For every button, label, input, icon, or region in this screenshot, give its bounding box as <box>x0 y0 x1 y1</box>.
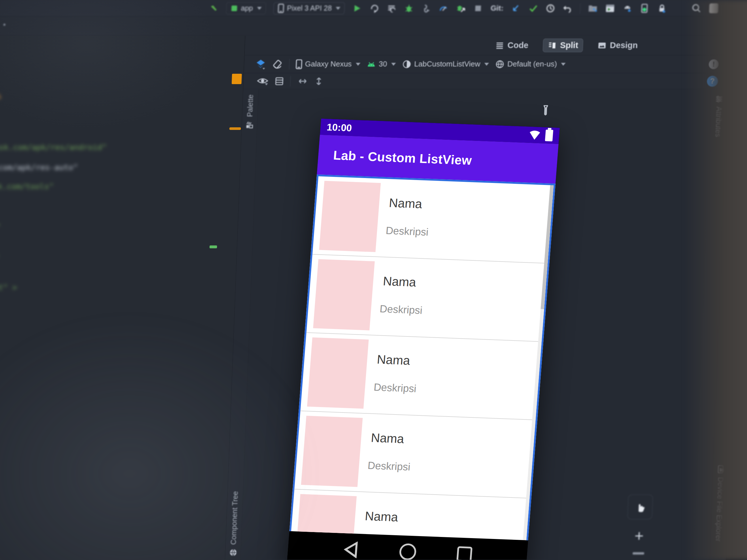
theme-label: LabCustomListView <box>414 60 481 69</box>
git-update-icon[interactable] <box>511 3 521 13</box>
profile-avatar[interactable] <box>709 3 719 13</box>
locale-label: Default (en-us) <box>507 60 557 69</box>
palette-tab[interactable]: Palette <box>242 95 258 129</box>
apply-changes-restart-icon[interactable] <box>369 3 380 13</box>
debug-button[interactable] <box>404 3 414 13</box>
run-configuration-label: app <box>241 4 253 12</box>
design-pane: Code Split Design <box>225 36 729 560</box>
item-desc: Deskripsi <box>379 303 423 317</box>
tab-code-label: Code <box>507 41 529 50</box>
orientation-select[interactable] <box>272 59 283 70</box>
device-manager-icon[interactable] <box>640 3 650 13</box>
project-structure-icon[interactable] <box>588 3 598 13</box>
code-line: ent" > <box>0 283 17 292</box>
issue-panel-badge[interactable]: ! <box>709 59 719 69</box>
theme-select[interactable]: LabCustomListView <box>402 60 489 69</box>
git-commit-icon[interactable] <box>528 3 538 13</box>
attributes-tab-label: Attributes <box>714 107 723 137</box>
device-selector-label: Pixel 3 API 28 <box>287 4 332 12</box>
gradle-tab[interactable]: Gradle <box>728 43 745 76</box>
design-body: Palette Component Tree <box>225 89 727 560</box>
vertical-constraint-icon[interactable] <box>314 76 323 87</box>
rollback-icon[interactable] <box>563 3 573 13</box>
device-for-preview-label: Galaxy Nexus <box>305 60 352 69</box>
item-desc: Deskripsi <box>367 459 411 473</box>
toolbar-separator <box>580 3 581 14</box>
attach-debugger-icon[interactable] <box>421 3 432 13</box>
tab-split-label: Split <box>560 41 578 50</box>
horizontal-constraint-icon[interactable] <box>297 77 309 85</box>
avd-lock-icon[interactable] <box>657 3 667 13</box>
stop-button[interactable] <box>473 3 483 13</box>
profile-app-icon[interactable] <box>456 3 466 13</box>
code-line: .com/apk/res-auto" <box>0 163 78 172</box>
code-line: % <box>0 92 1 101</box>
ide-window: app Pixel 3 API 28 <box>0 0 747 560</box>
list-item[interactable]: Nama Deskripsi <box>294 411 536 498</box>
error-stripe-warning-mark[interactable] <box>232 74 242 84</box>
code-editor-pane[interactable]: %nsk.com/apk/res/android".com/apk/res-au… <box>0 36 245 560</box>
component-tree-tab[interactable]: Component Tree <box>225 491 243 557</box>
tab-design[interactable]: Design <box>593 38 643 52</box>
api-version-label: 30 <box>379 60 387 69</box>
design-toolbar: Galaxy Nexus 30 LabCustomListView Defaul… <box>244 55 728 73</box>
build-hammer-icon[interactable] <box>209 3 219 13</box>
blueprint-toggle-icon[interactable] <box>275 77 284 86</box>
editor-change-mark <box>209 245 217 248</box>
list-item[interactable]: Nama Deskripsi <box>306 255 547 342</box>
zoom-out-button[interactable] <box>633 552 644 555</box>
design-surface-toolbar: ? <box>243 73 728 89</box>
design-surface-select[interactable] <box>256 59 266 70</box>
device-selector[interactable]: Pixel 3 API 28 <box>273 2 345 15</box>
sdk-manager-icon[interactable] <box>622 3 632 13</box>
device-for-preview-select[interactable]: Galaxy Nexus <box>296 59 361 69</box>
zoom-in-button[interactable]: + <box>634 527 644 545</box>
code-content: %nsk.com/apk/res/android".com/apk/res-au… <box>0 36 245 560</box>
component-tree-tab-label: Component Tree <box>229 491 239 545</box>
render-wrench-icon[interactable] <box>542 105 549 117</box>
tab-code[interactable]: Code <box>490 38 534 52</box>
code-line: t" <box>0 222 1 231</box>
phone-list[interactable]: Nama Deskripsi Nama Deskripsi Nama Deskr… <box>289 175 555 540</box>
search-everywhere-icon[interactable] <box>691 3 701 13</box>
phone-preview[interactable]: 10:00 Lab - Custom ListView Nama Deskri <box>287 119 560 560</box>
history-icon[interactable] <box>545 3 555 13</box>
attributes-tab[interactable]: Attributes <box>710 95 727 137</box>
editor-file-tab[interactable]: ml * <box>0 17 11 35</box>
app-bar-title: Lab - Custom ListView <box>333 148 472 168</box>
tab-split[interactable]: Split <box>543 38 584 52</box>
list-item[interactable]: Nama Deskripsi <box>300 333 542 420</box>
device-file-explorer-tab[interactable]: Device File Explorer <box>711 465 729 541</box>
item-desc: Deskripsi <box>385 224 429 238</box>
chevron-down-icon <box>561 63 565 66</box>
editor-mode-tabs: Code Split Design <box>245 36 730 55</box>
layout-validation-tab[interactable]: Layout Validation <box>724 119 742 186</box>
list-item[interactable]: Nama Deskripsi <box>312 176 553 264</box>
profiler-icon[interactable] <box>439 3 449 13</box>
chevron-down-icon <box>257 7 261 10</box>
item-image-placeholder <box>313 259 375 330</box>
locale-select[interactable]: Default (en-us) <box>495 60 566 69</box>
apply-code-changes-icon[interactable] <box>387 3 397 13</box>
editor-tab-strip: ml * <box>0 17 746 36</box>
device-file-explorer-icon <box>717 465 725 474</box>
logcat-icon[interactable] <box>605 3 615 13</box>
help-button[interactable]: ? <box>707 76 718 87</box>
nav-home-button[interactable] <box>399 543 417 560</box>
gradle-icon <box>732 43 742 51</box>
item-desc: Deskripsi <box>373 381 417 395</box>
git-label: Git: <box>490 4 504 13</box>
run-button[interactable] <box>352 3 362 13</box>
code-line: nsk.com/apk/res/android" <box>0 143 107 152</box>
api-version-select[interactable]: 30 <box>367 60 396 69</box>
error-stripe-dash-mark[interactable] <box>229 127 241 130</box>
item-name: Nama <box>377 352 410 368</box>
run-configuration-select[interactable]: app <box>226 2 266 15</box>
view-options-select[interactable] <box>257 76 268 86</box>
nav-back-button[interactable] <box>342 541 359 558</box>
pan-button[interactable] <box>627 495 653 519</box>
pin-icon: * <box>3 22 6 30</box>
attributes-icon <box>715 95 723 103</box>
design-surface[interactable]: 10:00 Lab - Custom ListView Nama Deskri <box>241 89 712 560</box>
nav-recents-button[interactable] <box>457 546 473 560</box>
